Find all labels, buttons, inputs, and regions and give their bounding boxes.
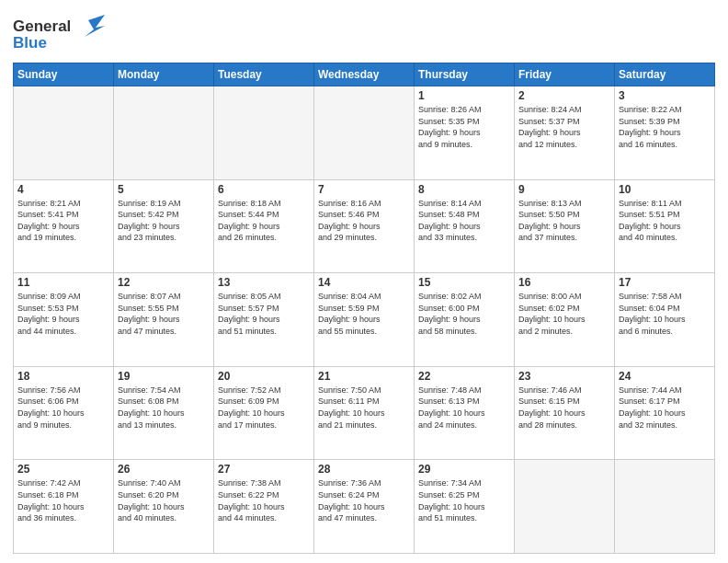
day-info: Sunrise: 8:11 AM Sunset: 5:51 PM Dayligh… [619, 198, 711, 244]
calendar-cell: 1Sunrise: 8:26 AM Sunset: 5:35 PM Daylig… [415, 86, 515, 180]
header-wednesday: Wednesday [314, 63, 415, 86]
day-info: Sunrise: 7:34 AM Sunset: 6:25 PM Dayligh… [418, 477, 510, 523]
header: General Blue [13, 9, 715, 57]
day-info: Sunrise: 8:09 AM Sunset: 5:53 PM Dayligh… [17, 291, 109, 337]
day-info: Sunrise: 8:16 AM Sunset: 5:46 PM Dayligh… [318, 198, 410, 244]
header-monday: Monday [114, 63, 214, 86]
svg-marker-2 [85, 15, 105, 37]
calendar-table: Sunday Monday Tuesday Wednesday Thursday… [13, 63, 715, 554]
calendar-header-row: Sunday Monday Tuesday Wednesday Thursday… [14, 63, 715, 86]
day-number: 22 [418, 370, 510, 383]
calendar-cell: 15Sunrise: 8:02 AM Sunset: 6:00 PM Dayli… [415, 273, 515, 367]
day-number: 15 [418, 276, 510, 289]
day-number: 2 [518, 89, 610, 102]
calendar-cell: 5Sunrise: 8:19 AM Sunset: 5:42 PM Daylig… [114, 179, 214, 273]
day-number: 28 [318, 463, 410, 476]
day-number: 27 [218, 463, 310, 476]
day-info: Sunrise: 8:24 AM Sunset: 5:37 PM Dayligh… [518, 104, 610, 150]
calendar-cell [14, 86, 114, 180]
day-number: 24 [619, 370, 711, 383]
calendar-cell: 21Sunrise: 7:50 AM Sunset: 6:11 PM Dayli… [314, 366, 415, 460]
day-number: 11 [17, 276, 109, 289]
calendar-cell: 3Sunrise: 8:22 AM Sunset: 5:39 PM Daylig… [615, 86, 715, 180]
calendar-cell: 13Sunrise: 8:05 AM Sunset: 5:57 PM Dayli… [214, 273, 314, 367]
calendar-cell: 7Sunrise: 8:16 AM Sunset: 5:46 PM Daylig… [314, 179, 415, 273]
day-number: 7 [318, 183, 410, 196]
day-info: Sunrise: 8:04 AM Sunset: 5:59 PM Dayligh… [318, 291, 410, 337]
logo: General Blue [13, 13, 105, 57]
calendar-cell: 28Sunrise: 7:36 AM Sunset: 6:24 PM Dayli… [314, 460, 415, 554]
day-info: Sunrise: 8:07 AM Sunset: 5:55 PM Dayligh… [118, 291, 210, 337]
calendar-cell: 12Sunrise: 8:07 AM Sunset: 5:55 PM Dayli… [114, 273, 214, 367]
calendar-cell [314, 86, 415, 180]
day-number: 6 [218, 183, 310, 196]
calendar-cell: 24Sunrise: 7:44 AM Sunset: 6:17 PM Dayli… [615, 366, 715, 460]
day-info: Sunrise: 8:18 AM Sunset: 5:44 PM Dayligh… [218, 198, 310, 244]
day-number: 1 [418, 89, 510, 102]
calendar-cell: 4Sunrise: 8:21 AM Sunset: 5:41 PM Daylig… [14, 179, 114, 273]
day-number: 21 [318, 370, 410, 383]
day-number: 4 [17, 183, 109, 196]
day-info: Sunrise: 8:26 AM Sunset: 5:35 PM Dayligh… [418, 104, 510, 150]
header-saturday: Saturday [615, 63, 715, 86]
day-number: 25 [17, 463, 109, 476]
calendar-cell: 18Sunrise: 7:56 AM Sunset: 6:06 PM Dayli… [14, 366, 114, 460]
calendar-cell: 14Sunrise: 8:04 AM Sunset: 5:59 PM Dayli… [314, 273, 415, 367]
day-number: 8 [418, 183, 510, 196]
calendar-week-row: 25Sunrise: 7:42 AM Sunset: 6:18 PM Dayli… [14, 460, 715, 554]
day-info: Sunrise: 7:46 AM Sunset: 6:15 PM Dayligh… [518, 385, 610, 431]
calendar-week-row: 11Sunrise: 8:09 AM Sunset: 5:53 PM Dayli… [14, 273, 715, 367]
calendar-cell: 17Sunrise: 7:58 AM Sunset: 6:04 PM Dayli… [615, 273, 715, 367]
calendar-week-row: 4Sunrise: 8:21 AM Sunset: 5:41 PM Daylig… [14, 179, 715, 273]
calendar-cell: 10Sunrise: 8:11 AM Sunset: 5:51 PM Dayli… [615, 179, 715, 273]
day-info: Sunrise: 8:22 AM Sunset: 5:39 PM Dayligh… [619, 104, 711, 150]
day-info: Sunrise: 8:00 AM Sunset: 6:02 PM Dayligh… [518, 291, 610, 337]
svg-text:Blue: Blue [13, 34, 47, 52]
day-info: Sunrise: 7:54 AM Sunset: 6:08 PM Dayligh… [118, 385, 210, 431]
day-info: Sunrise: 7:44 AM Sunset: 6:17 PM Dayligh… [619, 385, 711, 431]
day-number: 19 [118, 370, 210, 383]
calendar-cell: 29Sunrise: 7:34 AM Sunset: 6:25 PM Dayli… [415, 460, 515, 554]
calendar-week-row: 1Sunrise: 8:26 AM Sunset: 5:35 PM Daylig… [14, 86, 715, 180]
calendar-cell: 16Sunrise: 8:00 AM Sunset: 6:02 PM Dayli… [515, 273, 615, 367]
header-tuesday: Tuesday [214, 63, 314, 86]
calendar-cell: 27Sunrise: 7:38 AM Sunset: 6:22 PM Dayli… [214, 460, 314, 554]
day-info: Sunrise: 7:50 AM Sunset: 6:11 PM Dayligh… [318, 385, 410, 431]
day-info: Sunrise: 8:02 AM Sunset: 6:00 PM Dayligh… [418, 291, 510, 337]
calendar-cell [214, 86, 314, 180]
day-info: Sunrise: 7:38 AM Sunset: 6:22 PM Dayligh… [218, 477, 310, 523]
day-number: 5 [118, 183, 210, 196]
svg-text:General: General [13, 17, 71, 35]
day-info: Sunrise: 8:05 AM Sunset: 5:57 PM Dayligh… [218, 291, 310, 337]
calendar-cell: 9Sunrise: 8:13 AM Sunset: 5:50 PM Daylig… [515, 179, 615, 273]
day-info: Sunrise: 8:13 AM Sunset: 5:50 PM Dayligh… [518, 198, 610, 244]
page: General Blue Sunday Monday Tuesday Wedne… [0, 0, 728, 563]
calendar-cell: 22Sunrise: 7:48 AM Sunset: 6:13 PM Dayli… [415, 366, 515, 460]
day-number: 14 [318, 276, 410, 289]
day-number: 3 [619, 89, 711, 102]
header-sunday: Sunday [14, 63, 114, 86]
calendar-week-row: 18Sunrise: 7:56 AM Sunset: 6:06 PM Dayli… [14, 366, 715, 460]
day-info: Sunrise: 7:58 AM Sunset: 6:04 PM Dayligh… [619, 291, 711, 337]
day-number: 13 [218, 276, 310, 289]
calendar-cell: 25Sunrise: 7:42 AM Sunset: 6:18 PM Dayli… [14, 460, 114, 554]
day-number: 16 [518, 276, 610, 289]
header-friday: Friday [515, 63, 615, 86]
calendar-cell: 26Sunrise: 7:40 AM Sunset: 6:20 PM Dayli… [114, 460, 214, 554]
day-info: Sunrise: 8:19 AM Sunset: 5:42 PM Dayligh… [118, 198, 210, 244]
day-number: 29 [418, 463, 510, 476]
day-number: 9 [518, 183, 610, 196]
day-number: 23 [518, 370, 610, 383]
day-number: 18 [17, 370, 109, 383]
logo-text: General Blue [13, 13, 105, 57]
calendar-cell [615, 460, 715, 554]
calendar-cell: 11Sunrise: 8:09 AM Sunset: 5:53 PM Dayli… [14, 273, 114, 367]
day-number: 10 [619, 183, 711, 196]
day-info: Sunrise: 7:36 AM Sunset: 6:24 PM Dayligh… [318, 477, 410, 523]
calendar-cell: 8Sunrise: 8:14 AM Sunset: 5:48 PM Daylig… [415, 179, 515, 273]
header-thursday: Thursday [415, 63, 515, 86]
calendar-cell: 23Sunrise: 7:46 AM Sunset: 6:15 PM Dayli… [515, 366, 615, 460]
calendar-cell: 19Sunrise: 7:54 AM Sunset: 6:08 PM Dayli… [114, 366, 214, 460]
day-info: Sunrise: 7:52 AM Sunset: 6:09 PM Dayligh… [218, 385, 310, 431]
day-info: Sunrise: 7:40 AM Sunset: 6:20 PM Dayligh… [118, 477, 210, 523]
